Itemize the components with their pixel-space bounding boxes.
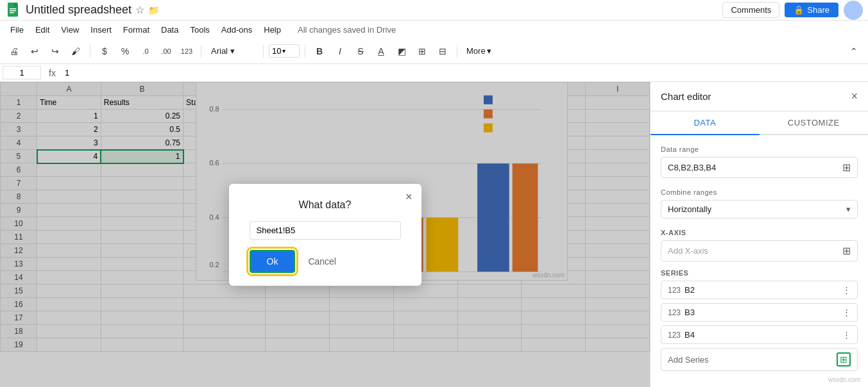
dialog-buttons: Ok Cancel bbox=[250, 250, 401, 273]
svg-rect-1 bbox=[8, 3, 18, 17]
panel-content: Data range C8,B2,B3,B4 ⊞ Combine ranges … bbox=[651, 135, 868, 377]
svg-rect-4 bbox=[10, 12, 14, 13]
menu-insert[interactable]: Insert bbox=[85, 24, 117, 36]
panel-header: Chart editor × bbox=[651, 82, 868, 111]
spreadsheet-grid: A B C D E F G H I 1 Time bbox=[0, 82, 650, 387]
combine-ranges-dropdown[interactable]: Horizontally ▾ bbox=[661, 200, 858, 218]
dollar-button[interactable]: $ bbox=[96, 42, 114, 60]
dialog: × What data? Ok Cancel bbox=[229, 184, 421, 286]
data-range-input[interactable]: C8,B2,B3,B4 ⊞ bbox=[661, 157, 858, 178]
combine-ranges-section: Combine ranges Horizontally ▾ bbox=[661, 188, 858, 218]
x-axis-grid-icon[interactable]: ⊞ bbox=[842, 245, 851, 257]
strikethrough-button[interactable]: S bbox=[352, 42, 370, 60]
separator5 bbox=[457, 45, 457, 58]
separator4 bbox=[305, 45, 305, 58]
separator3 bbox=[263, 45, 264, 58]
x-axis-label: X-AXIS bbox=[661, 229, 858, 236]
series-row-b4: 123 B4 ⋮ bbox=[661, 325, 858, 344]
fill-color-button[interactable]: ◩ bbox=[393, 42, 411, 60]
undo-button[interactable]: ↩ bbox=[26, 42, 44, 60]
menu-help[interactable]: Help bbox=[259, 24, 286, 36]
cell-reference-input[interactable] bbox=[3, 66, 41, 79]
toolbar: 🖨 ↩ ↪ 🖌 $ % .0 .00 123 Arial ▾ 10 ▾ B I … bbox=[0, 38, 868, 64]
menu-file[interactable]: File bbox=[5, 24, 29, 36]
combine-ranges-arrow: ▾ bbox=[846, 204, 851, 214]
italic-button[interactable]: I bbox=[331, 42, 349, 60]
menu-format[interactable]: Format bbox=[118, 24, 155, 36]
menu-addons[interactable]: Add-ons bbox=[216, 24, 257, 36]
percent-button[interactable]: % bbox=[116, 42, 134, 60]
comments-button[interactable]: Comments bbox=[722, 2, 779, 18]
font-dropdown-icon: ▾ bbox=[230, 46, 235, 56]
add-series-row[interactable]: Add Series ⊞ bbox=[661, 348, 858, 371]
tab-data[interactable]: DATA bbox=[651, 111, 760, 135]
panel-watermark: wsxdn.com bbox=[648, 376, 865, 386]
series-more-b2[interactable]: ⋮ bbox=[842, 285, 851, 295]
menu-bar: File Edit View Insert Format Data Tools … bbox=[0, 21, 868, 38]
fx-label: fx bbox=[45, 68, 60, 78]
font-size-arrows: ▾ bbox=[282, 47, 285, 54]
more-button[interactable]: More ▾ bbox=[463, 45, 495, 57]
font-size-selector[interactable]: 10 ▾ bbox=[269, 44, 300, 58]
share-button[interactable]: 🔒 Share bbox=[785, 3, 838, 17]
combine-ranges-label: Combine ranges bbox=[661, 188, 858, 196]
spreadsheet-title[interactable]: Untitled spreadsheet bbox=[26, 3, 132, 17]
text-color-button[interactable]: A bbox=[372, 42, 390, 60]
series-row-b2: 123 B2 ⋮ bbox=[661, 281, 858, 299]
number-format-button[interactable]: 123 bbox=[178, 42, 196, 60]
svg-rect-3 bbox=[10, 10, 16, 12]
separator2 bbox=[201, 45, 201, 58]
drive-folder-icon[interactable]: 📁 bbox=[148, 5, 159, 15]
merge-button[interactable]: ⊟ bbox=[434, 42, 452, 60]
dialog-close-button[interactable]: × bbox=[405, 190, 413, 204]
dialog-cancel-button[interactable]: Cancel bbox=[303, 252, 341, 271]
series-label: SERIES bbox=[661, 269, 858, 277]
series-icon-b4: 123 bbox=[668, 331, 681, 340]
main-area: A B C D E F G H I 1 Time bbox=[0, 82, 868, 387]
dialog-input[interactable] bbox=[250, 221, 401, 240]
series-name-b2: B2 bbox=[685, 285, 695, 295]
border-button[interactable]: ⊞ bbox=[413, 42, 431, 60]
saved-status: All changes saved in Drive bbox=[298, 25, 396, 35]
paint-format-button[interactable]: 🖌 bbox=[67, 42, 85, 60]
separator bbox=[90, 45, 90, 58]
menu-view[interactable]: View bbox=[56, 24, 84, 36]
dialog-overlay: × What data? Ok Cancel bbox=[0, 82, 650, 387]
add-series-grid-icon[interactable]: ⊞ bbox=[837, 352, 851, 366]
series-more-b4[interactable]: ⋮ bbox=[842, 330, 851, 340]
panel-tabs: DATA CUSTOMIZE bbox=[651, 111, 868, 135]
tab-customize[interactable]: CUSTOMIZE bbox=[760, 111, 869, 134]
data-range-section: Data range C8,B2,B3,B4 ⊞ bbox=[661, 145, 858, 178]
panel-close-button[interactable]: × bbox=[851, 90, 858, 103]
series-more-b3[interactable]: ⋮ bbox=[842, 308, 851, 317]
series-name-b4: B4 bbox=[685, 330, 695, 340]
series-icon-b2: 123 bbox=[668, 286, 681, 295]
increase-decimal-button[interactable]: .00 bbox=[157, 42, 175, 60]
data-range-grid-icon[interactable]: ⊞ bbox=[842, 161, 851, 174]
data-range-label: Data range bbox=[661, 145, 858, 153]
user-avatar[interactable] bbox=[844, 1, 863, 20]
font-name-selector[interactable]: Arial ▾ bbox=[207, 44, 258, 58]
redo-button[interactable]: ↪ bbox=[46, 42, 64, 60]
menu-data[interactable]: Data bbox=[156, 24, 183, 36]
collapse-toolbar-button[interactable]: ⌃ bbox=[845, 42, 863, 60]
series-row-b3: 123 B3 ⋮ bbox=[661, 303, 858, 322]
menu-tools[interactable]: Tools bbox=[185, 24, 214, 36]
panel-title: Chart editor bbox=[661, 91, 711, 102]
x-axis-input[interactable]: Add X-axis ⊞ bbox=[661, 240, 858, 261]
dialog-title: What data? bbox=[250, 199, 401, 211]
svg-rect-2 bbox=[10, 8, 16, 10]
print-button[interactable]: 🖨 bbox=[5, 42, 23, 60]
google-sheets-icon bbox=[5, 3, 21, 18]
decrease-decimal-button[interactable]: .0 bbox=[137, 42, 155, 60]
menu-edit[interactable]: Edit bbox=[30, 24, 55, 36]
more-dropdown-icon: ▾ bbox=[487, 46, 491, 56]
formula-bar: fx bbox=[0, 64, 868, 82]
dialog-ok-button[interactable]: Ok bbox=[250, 250, 296, 273]
title-bar: Untitled spreadsheet ☆ 📁 Comments 🔒 Shar… bbox=[0, 0, 868, 21]
chart-editor-panel: Chart editor × DATA CUSTOMIZE Data range… bbox=[650, 82, 868, 387]
star-icon[interactable]: ☆ bbox=[135, 4, 144, 16]
bold-button[interactable]: B bbox=[311, 42, 328, 60]
formula-input[interactable] bbox=[64, 67, 865, 79]
series-name-b3: B3 bbox=[685, 308, 695, 317]
